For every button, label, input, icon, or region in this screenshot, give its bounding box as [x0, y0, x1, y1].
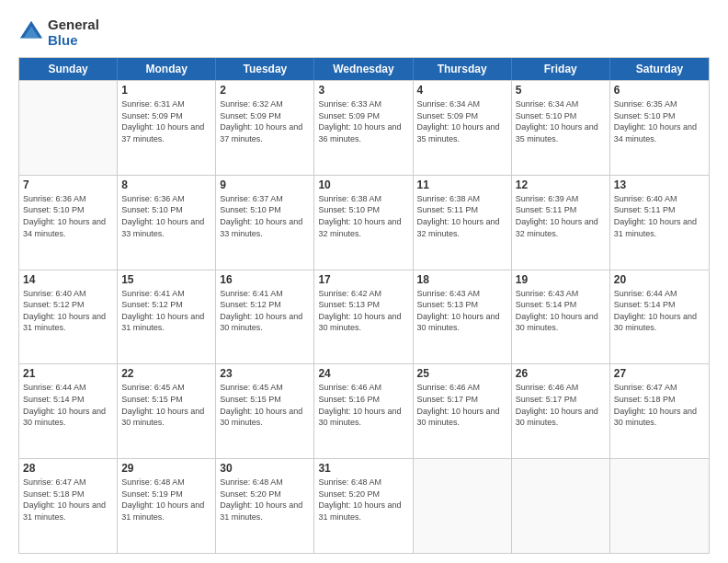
cell-day-number: 12	[516, 178, 606, 191]
cell-sun-info: Sunrise: 6:43 AM Sunset: 5:14 PM Dayligh…	[516, 288, 606, 334]
logo-text: General Blue	[48, 17, 99, 48]
cell-day-number: 14	[23, 273, 113, 286]
calendar-header-row: SundayMondayTuesdayWednesdayThursdayFrid…	[19, 58, 709, 80]
calendar-body: 1Sunrise: 6:31 AM Sunset: 5:09 PM Daylig…	[19, 80, 709, 553]
cell-sun-info: Sunrise: 6:42 AM Sunset: 5:13 PM Dayligh…	[318, 288, 408, 334]
cell-day-number: 1	[121, 84, 211, 97]
weekday-header: Saturday	[610, 58, 709, 80]
calendar-cell: 14Sunrise: 6:40 AM Sunset: 5:12 PM Dayli…	[19, 270, 118, 364]
calendar-cell: 13Sunrise: 6:40 AM Sunset: 5:11 PM Dayli…	[610, 176, 709, 270]
calendar-week-row: 7Sunrise: 6:36 AM Sunset: 5:10 PM Daylig…	[19, 175, 709, 270]
cell-sun-info: Sunrise: 6:46 AM Sunset: 5:17 PM Dayligh…	[417, 382, 507, 428]
cell-sun-info: Sunrise: 6:34 AM Sunset: 5:09 PM Dayligh…	[417, 98, 507, 144]
cell-day-number: 23	[220, 367, 310, 380]
calendar-cell: 31Sunrise: 6:48 AM Sunset: 5:20 PM Dayli…	[314, 459, 413, 553]
calendar-cell	[19, 81, 118, 175]
calendar: SundayMondayTuesdayWednesdayThursdayFrid…	[18, 57, 710, 554]
calendar-cell	[610, 459, 709, 553]
cell-sun-info: Sunrise: 6:37 AM Sunset: 5:10 PM Dayligh…	[220, 193, 310, 239]
cell-sun-info: Sunrise: 6:47 AM Sunset: 5:18 PM Dayligh…	[614, 382, 705, 428]
weekday-header: Monday	[118, 58, 216, 80]
page: General Blue SundayMondayTuesdayWednesda…	[0, 0, 728, 563]
calendar-cell	[512, 459, 610, 553]
cell-sun-info: Sunrise: 6:36 AM Sunset: 5:10 PM Dayligh…	[23, 193, 113, 239]
calendar-cell: 8Sunrise: 6:36 AM Sunset: 5:10 PM Daylig…	[118, 176, 216, 270]
cell-day-number: 30	[220, 462, 310, 475]
cell-sun-info: Sunrise: 6:32 AM Sunset: 5:09 PM Dayligh…	[220, 98, 310, 144]
weekday-header: Wednesday	[314, 58, 413, 80]
calendar-cell: 16Sunrise: 6:41 AM Sunset: 5:12 PM Dayli…	[216, 270, 314, 364]
calendar-cell: 23Sunrise: 6:45 AM Sunset: 5:15 PM Dayli…	[216, 364, 314, 458]
cell-day-number: 13	[614, 178, 705, 191]
weekday-header: Friday	[512, 58, 610, 80]
cell-day-number: 16	[220, 273, 310, 286]
cell-day-number: 24	[318, 367, 408, 380]
cell-sun-info: Sunrise: 6:43 AM Sunset: 5:13 PM Dayligh…	[417, 288, 507, 334]
cell-day-number: 15	[121, 273, 211, 286]
cell-sun-info: Sunrise: 6:35 AM Sunset: 5:10 PM Dayligh…	[614, 98, 705, 144]
cell-sun-info: Sunrise: 6:44 AM Sunset: 5:14 PM Dayligh…	[23, 382, 113, 428]
cell-day-number: 25	[417, 367, 507, 380]
calendar-cell: 30Sunrise: 6:48 AM Sunset: 5:20 PM Dayli…	[216, 459, 314, 553]
header: General Blue	[18, 17, 710, 48]
cell-sun-info: Sunrise: 6:39 AM Sunset: 5:11 PM Dayligh…	[516, 193, 606, 239]
cell-sun-info: Sunrise: 6:38 AM Sunset: 5:11 PM Dayligh…	[417, 193, 507, 239]
cell-day-number: 17	[318, 273, 408, 286]
logo-icon	[18, 19, 44, 45]
cell-day-number: 19	[516, 273, 606, 286]
calendar-week-row: 28Sunrise: 6:47 AM Sunset: 5:18 PM Dayli…	[19, 458, 709, 553]
cell-day-number: 11	[417, 178, 507, 191]
cell-day-number: 6	[614, 84, 705, 97]
calendar-cell: 17Sunrise: 6:42 AM Sunset: 5:13 PM Dayli…	[314, 270, 413, 364]
cell-day-number: 5	[516, 84, 606, 97]
calendar-cell: 3Sunrise: 6:33 AM Sunset: 5:09 PM Daylig…	[314, 81, 413, 175]
cell-day-number: 27	[614, 367, 705, 380]
cell-sun-info: Sunrise: 6:46 AM Sunset: 5:17 PM Dayligh…	[516, 382, 606, 428]
cell-day-number: 22	[121, 367, 211, 380]
cell-day-number: 2	[220, 84, 310, 97]
cell-sun-info: Sunrise: 6:33 AM Sunset: 5:09 PM Dayligh…	[318, 98, 408, 144]
calendar-week-row: 14Sunrise: 6:40 AM Sunset: 5:12 PM Dayli…	[19, 270, 709, 364]
logo: General Blue	[18, 17, 99, 48]
cell-sun-info: Sunrise: 6:45 AM Sunset: 5:15 PM Dayligh…	[121, 382, 211, 428]
cell-sun-info: Sunrise: 6:38 AM Sunset: 5:10 PM Dayligh…	[318, 193, 408, 239]
cell-day-number: 8	[121, 178, 211, 191]
calendar-cell: 26Sunrise: 6:46 AM Sunset: 5:17 PM Dayli…	[512, 364, 610, 458]
calendar-cell: 4Sunrise: 6:34 AM Sunset: 5:09 PM Daylig…	[414, 81, 512, 175]
cell-day-number: 31	[318, 462, 408, 475]
calendar-cell: 11Sunrise: 6:38 AM Sunset: 5:11 PM Dayli…	[414, 176, 512, 270]
calendar-cell: 12Sunrise: 6:39 AM Sunset: 5:11 PM Dayli…	[512, 176, 610, 270]
cell-sun-info: Sunrise: 6:40 AM Sunset: 5:11 PM Dayligh…	[614, 193, 705, 239]
calendar-cell: 21Sunrise: 6:44 AM Sunset: 5:14 PM Dayli…	[19, 364, 118, 458]
calendar-cell: 28Sunrise: 6:47 AM Sunset: 5:18 PM Dayli…	[19, 459, 118, 553]
cell-day-number: 4	[417, 84, 507, 97]
calendar-cell: 24Sunrise: 6:46 AM Sunset: 5:16 PM Dayli…	[314, 364, 413, 458]
calendar-cell: 27Sunrise: 6:47 AM Sunset: 5:18 PM Dayli…	[610, 364, 709, 458]
calendar-cell: 22Sunrise: 6:45 AM Sunset: 5:15 PM Dayli…	[118, 364, 216, 458]
calendar-cell	[414, 459, 512, 553]
cell-sun-info: Sunrise: 6:44 AM Sunset: 5:14 PM Dayligh…	[614, 288, 705, 334]
calendar-cell: 20Sunrise: 6:44 AM Sunset: 5:14 PM Dayli…	[610, 270, 709, 364]
cell-day-number: 20	[614, 273, 705, 286]
cell-day-number: 21	[23, 367, 113, 380]
calendar-cell: 5Sunrise: 6:34 AM Sunset: 5:10 PM Daylig…	[512, 81, 610, 175]
cell-sun-info: Sunrise: 6:47 AM Sunset: 5:18 PM Dayligh…	[23, 477, 113, 523]
cell-sun-info: Sunrise: 6:36 AM Sunset: 5:10 PM Dayligh…	[121, 193, 211, 239]
cell-sun-info: Sunrise: 6:48 AM Sunset: 5:19 PM Dayligh…	[121, 477, 211, 523]
cell-sun-info: Sunrise: 6:45 AM Sunset: 5:15 PM Dayligh…	[220, 382, 310, 428]
calendar-cell: 29Sunrise: 6:48 AM Sunset: 5:19 PM Dayli…	[118, 459, 216, 553]
cell-day-number: 28	[23, 462, 113, 475]
calendar-week-row: 21Sunrise: 6:44 AM Sunset: 5:14 PM Dayli…	[19, 363, 709, 458]
calendar-cell: 18Sunrise: 6:43 AM Sunset: 5:13 PM Dayli…	[414, 270, 512, 364]
cell-day-number: 26	[516, 367, 606, 380]
calendar-cell: 10Sunrise: 6:38 AM Sunset: 5:10 PM Dayli…	[314, 176, 413, 270]
cell-sun-info: Sunrise: 6:41 AM Sunset: 5:12 PM Dayligh…	[220, 288, 310, 334]
cell-day-number: 29	[121, 462, 211, 475]
weekday-header: Thursday	[414, 58, 512, 80]
cell-sun-info: Sunrise: 6:48 AM Sunset: 5:20 PM Dayligh…	[318, 477, 408, 523]
calendar-week-row: 1Sunrise: 6:31 AM Sunset: 5:09 PM Daylig…	[19, 80, 709, 175]
weekday-header: Tuesday	[216, 58, 314, 80]
cell-day-number: 18	[417, 273, 507, 286]
cell-sun-info: Sunrise: 6:31 AM Sunset: 5:09 PM Dayligh…	[121, 98, 211, 144]
calendar-cell: 15Sunrise: 6:41 AM Sunset: 5:12 PM Dayli…	[118, 270, 216, 364]
